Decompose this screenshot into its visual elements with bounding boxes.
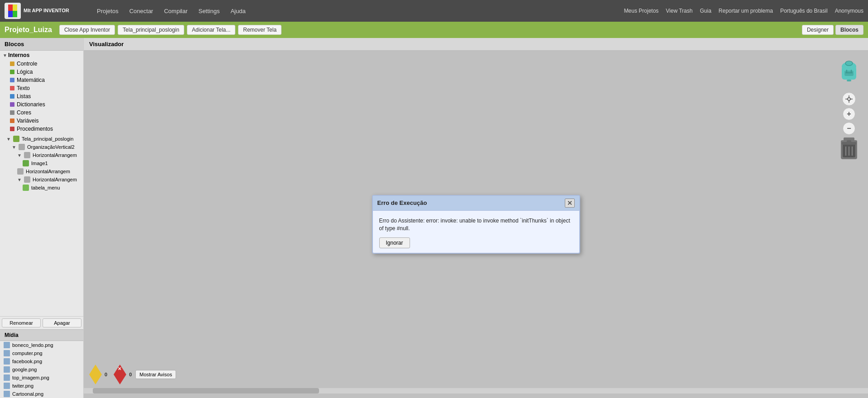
remove-screen-button[interactable]: Remover Tela <box>238 25 281 35</box>
media-icon-boneco <box>4 342 10 348</box>
mit-logo-icon <box>5 3 21 19</box>
screen-selector-button[interactable]: Tela_principal_poslogin <box>118 25 184 35</box>
media-item-facebook[interactable]: facebook.png <box>0 357 83 365</box>
tree-item-image1[interactable]: Image1 <box>0 159 83 167</box>
tree-item-harrange-3[interactable]: ▼ HorizontalArrangem <box>0 175 83 184</box>
tree-item-harrange2-icon <box>17 168 24 175</box>
media-label-boneco: boneco_lendo.png <box>12 342 53 348</box>
logica-label: Lógica <box>17 69 33 75</box>
nav-reportar[interactable]: Reportar um problema <box>719 8 773 14</box>
tree-item-harrange3-label: HorizontalArrangem <box>33 177 77 182</box>
texto-label: Texto <box>17 85 30 91</box>
rename-button[interactable]: Renomear <box>2 318 41 327</box>
close-app-inventor-button[interactable]: Close App Inventor <box>59 25 115 35</box>
blocks-button[interactable]: Blocos <box>835 25 863 35</box>
svg-marker-2 <box>8 11 13 17</box>
internos-header[interactable]: ▼ Internos <box>0 51 83 60</box>
media-item-computer[interactable]: computer.png <box>0 349 83 357</box>
media-section: Mídia boneco_lendo.png computer.png face… <box>0 329 83 398</box>
media-label-top: top_imagem.png <box>12 375 49 380</box>
media-label-cartoonal: Cartoonal.png <box>12 391 43 397</box>
tree-root[interactable]: ▼ Tela_principal_poslogin <box>0 135 83 143</box>
svg-marker-3 <box>13 5 17 11</box>
nav-ajuda[interactable]: Ajuda <box>229 6 247 16</box>
nav-language[interactable]: Português do Brasil <box>780 8 828 14</box>
nav-settings[interactable]: Settings <box>196 6 221 16</box>
media-label-twiter: twiter.png <box>12 383 33 389</box>
block-texto[interactable]: Texto <box>0 84 83 92</box>
nav-user[interactable]: Anonymous <box>835 8 863 14</box>
svg-marker-1 <box>8 5 13 11</box>
delete-button[interactable]: Apagar <box>43 318 81 327</box>
media-item-top-imagem[interactable]: top_imagem.png <box>0 374 83 382</box>
tree-item-harrange3-collapse: ▼ <box>17 177 22 182</box>
nav-view-trash[interactable]: View Trash <box>666 8 692 14</box>
main-area: Blocos ▼ Internos Controle Lógica <box>0 38 868 398</box>
tree-item-org-vertical[interactable]: ▼ OrganizaçãoVertical2 <box>0 143 83 151</box>
logo-area: MIt APP INVENTOR <box>5 3 86 19</box>
tree-item-harrange2-label: HorizontalArrangem <box>26 169 70 174</box>
dictionaries-label: Dictionaries <box>17 101 45 108</box>
texto-color-icon <box>10 86 14 90</box>
media-icon-google <box>4 366 10 373</box>
media-icon-facebook <box>4 358 10 365</box>
dialog-title: Erro de Execução <box>377 199 427 206</box>
block-variaveis[interactable]: Variáveis <box>0 117 83 125</box>
logica-color-icon <box>10 70 14 74</box>
tree-root-label: Tela_principal_poslogin <box>22 136 73 142</box>
cores-label: Cores <box>17 109 31 116</box>
component-tree: ▼ Tela_principal_poslogin ▼ OrganizaçãoV… <box>0 135 83 192</box>
block-dictionaries[interactable]: Dictionaries <box>0 100 83 109</box>
sidebar-scroll[interactable]: ▼ Internos Controle Lógica Matemática <box>0 51 83 316</box>
dialog-overlay: Erro de Execução ✕ Erro do Assistente: e… <box>84 51 868 398</box>
tree-item-harrange1-label: HorizontalArrangem <box>33 152 77 158</box>
visualizer-canvas[interactable]: + − Erro de Execução <box>84 51 868 398</box>
block-listas[interactable]: Listas <box>0 92 83 100</box>
media-item-google[interactable]: google.png <box>0 365 83 374</box>
tree-item-harrange3-icon <box>24 176 30 183</box>
matematica-label: Matemática <box>17 77 45 83</box>
internos-collapse-icon: ▼ <box>3 53 7 58</box>
visualizer-area: Visualizador <box>84 38 868 398</box>
block-controle[interactable]: Controle <box>0 60 83 68</box>
media-item-cartoonal[interactable]: Cartoonal.png <box>0 390 83 398</box>
dialog-ignore-button[interactable]: Ignorar <box>379 237 410 248</box>
nav-compilar[interactable]: Compilar <box>162 6 189 16</box>
internos-label: Internos <box>8 52 29 58</box>
tree-item-harrange1-icon <box>24 152 30 158</box>
dialog-message: Erro do Assistente: error: invoke: unabl… <box>379 217 573 232</box>
nav-projetos[interactable]: Projetos <box>95 6 120 16</box>
block-cores[interactable]: Cores <box>0 109 83 117</box>
visualizer-header: Visualizador <box>84 38 868 51</box>
add-screen-button[interactable]: Adicionar Tela... <box>187 25 235 35</box>
designer-button[interactable]: Designer <box>802 25 834 35</box>
block-logica[interactable]: Lógica <box>0 68 83 76</box>
tree-item-tabela-menu[interactable]: tabela_menu <box>0 184 83 192</box>
tree-root-icon <box>13 136 19 142</box>
block-procedimentos[interactable]: Procedimentos <box>0 125 83 133</box>
media-item-boneco[interactable]: boneco_lendo.png <box>0 341 83 349</box>
nav-conectar[interactable]: Conectar <box>128 6 155 16</box>
media-icon-twiter <box>4 383 10 389</box>
nav-meus-projetos[interactable]: Meus Projetos <box>624 8 659 14</box>
dialog-body: Erro do Assistente: error: invoke: unabl… <box>373 211 579 253</box>
top-navbar: MIt APP INVENTOR Projetos Conectar Compi… <box>0 0 868 22</box>
tree-item-harrange-1[interactable]: ▼ HorizontalArrangem <box>0 151 83 159</box>
sidebar: Blocos ▼ Internos Controle Lógica <box>0 38 84 398</box>
tree-item-harrange-2[interactable]: HorizontalArrangem <box>0 167 83 175</box>
block-matematica[interactable]: Matemática <box>0 76 83 84</box>
sidebar-bottom-actions: Renomear Apagar <box>0 316 83 329</box>
listas-color-icon <box>10 94 14 99</box>
dialog-close-button[interactable]: ✕ <box>565 199 575 208</box>
sidebar-title: Blocos <box>0 38 83 51</box>
media-label-facebook: facebook.png <box>12 359 42 364</box>
nav-menu: Projetos Conectar Compilar Settings Ajud… <box>95 6 615 16</box>
tree-item-org-label: OrganizaçãoVertical2 <box>27 144 75 150</box>
tree-item-tabela-label: tabela_menu <box>31 185 60 190</box>
tree-item-harrange1-collapse: ▼ <box>17 153 22 158</box>
media-icon-computer <box>4 350 10 356</box>
secondary-toolbar: Projeto_Luiza Close App Inventor Tela_pr… <box>0 22 868 38</box>
nav-guia[interactable]: Guia <box>700 8 711 14</box>
logo-text: MIt APP INVENTOR <box>24 8 69 14</box>
media-item-twiter[interactable]: twiter.png <box>0 382 83 390</box>
